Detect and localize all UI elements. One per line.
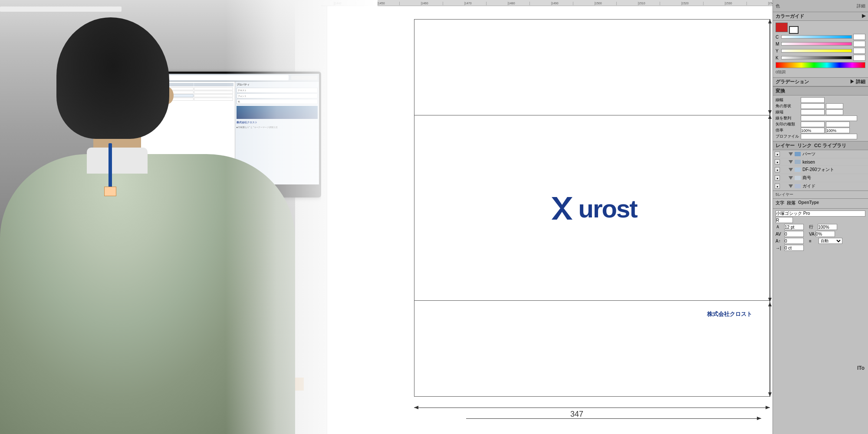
tri-font (789, 168, 793, 171)
scale-row: 倍率 (776, 128, 865, 133)
profile-row: プロファイル (776, 134, 865, 139)
layer-item-guide[interactable]: ● ガイド (773, 182, 868, 191)
channel-C-input[interactable] (853, 34, 865, 40)
profile-input[interactable] (801, 134, 857, 139)
fill-swatch[interactable] (776, 23, 788, 32)
dim-line-v-bot (770, 302, 770, 397)
transform-label: 変換 (776, 88, 785, 94)
transform-header[interactable]: 変換 (773, 87, 868, 95)
cap-label: 線端 (776, 109, 799, 115)
right-panel: 色 詳細 カラーガイド ▶ C M (773, 0, 868, 434)
channel-Y-slider[interactable] (781, 49, 852, 53)
type-tab[interactable]: 文字 (776, 200, 784, 206)
color-guide (795, 184, 801, 188)
cap-row: 線端 (776, 109, 865, 115)
arrow-mid-top (768, 115, 772, 119)
indent-icon: →| (776, 246, 783, 250)
layer-list: ● パーツ ● keisen ● DF-260フォント ● (773, 150, 868, 191)
dim-line-h2 (466, 418, 761, 419)
id-badge (104, 187, 116, 196)
tri-guide (789, 184, 793, 188)
arrow-h-left (414, 406, 418, 409)
align-label: 線を整列 (776, 115, 799, 121)
profile-label: プロファイル (776, 134, 799, 139)
label-parts: パーツ (802, 151, 815, 157)
channel-M-input[interactable] (853, 41, 865, 47)
eye-shoumei[interactable]: ● (775, 175, 780, 181)
link-label[interactable]: リンク (797, 142, 812, 149)
fade-overlay (226, 0, 378, 434)
gradient-header[interactable]: グラデーション ▶ 詳細 (773, 78, 868, 86)
align-input[interactable] (801, 115, 857, 121)
layer-item-parts[interactable]: ● パーツ (773, 150, 868, 158)
layer-count: 5レイヤー (773, 191, 868, 199)
scale-input[interactable] (801, 128, 825, 133)
arrow-bot-bot2 (768, 392, 772, 397)
channel-M-slider[interactable] (781, 42, 852, 46)
arrow-h2-right (757, 417, 761, 420)
lock-parts (782, 151, 787, 157)
spectrum-bar[interactable] (776, 62, 865, 68)
scale-label: 倍率 (776, 128, 799, 133)
leading-input[interactable] (818, 224, 837, 230)
channel-C-slider[interactable] (781, 35, 852, 39)
end-input[interactable] (826, 122, 850, 127)
channel-K-slider[interactable] (781, 56, 852, 59)
stroke-width-row: 線幅 (776, 97, 865, 103)
logo-box: urost 株式会社クロスト (414, 19, 770, 397)
cc-label[interactable]: CC ライブラリ (814, 142, 846, 149)
kurost-name: urost (579, 194, 637, 223)
baseline-icon: A↑ (776, 239, 783, 243)
eye-guide[interactable]: ● (775, 184, 780, 189)
tracking-icon: AV (776, 232, 783, 237)
opentype-tab[interactable]: OpenType (798, 200, 819, 206)
scale-input2[interactable] (826, 128, 850, 133)
angle-input[interactable] (801, 103, 825, 109)
channel-M-label: M (776, 42, 780, 46)
arrow-top-bot (768, 110, 772, 115)
tracking-input[interactable] (784, 231, 804, 237)
layer-item-keisen[interactable]: ● keisen (773, 158, 868, 166)
font-size-input[interactable] (784, 224, 804, 230)
eye-font[interactable]: ● (775, 167, 780, 172)
font-section-header: 文字 段落 OpenType (773, 199, 868, 209)
layer-item-shoumei[interactable]: ● 商号 (773, 174, 868, 182)
color-guide-header[interactable]: カラーガイド ▶ (773, 12, 868, 21)
channel-K-input[interactable] (853, 55, 865, 61)
channel-Y-row: Y (776, 48, 865, 54)
dim-line-v-mid (770, 115, 770, 301)
dim-line-v-top (770, 19, 770, 115)
company-name-jp: 株式会社クロスト (707, 310, 752, 318)
align-select[interactable]: 自動 (819, 238, 842, 244)
stroke-swatch[interactable] (789, 26, 799, 34)
color-parts (795, 152, 801, 156)
kern-input[interactable] (815, 231, 835, 237)
font-style-input[interactable] (776, 217, 793, 223)
angle-input2[interactable] (826, 103, 843, 109)
para-tab[interactable]: 段落 (787, 200, 796, 206)
dim-line-h (414, 408, 770, 408)
angle-row: 角の形状 (776, 103, 865, 109)
stroke-width-input[interactable] (801, 97, 825, 103)
cap-input[interactable] (801, 109, 825, 115)
channel-K-row: K (776, 55, 865, 61)
cap-input2[interactable] (826, 109, 843, 115)
start-input[interactable] (801, 122, 825, 127)
font-name-input[interactable] (776, 210, 865, 217)
channel-M-row: M (776, 41, 865, 47)
color-keisen (795, 160, 801, 164)
eye-keisen[interactable]: ● (775, 159, 780, 164)
baseline-input[interactable] (784, 238, 804, 244)
lock-keisen (782, 159, 787, 164)
gradient-expand-icon: ▶ 詳細 (850, 79, 865, 85)
layer-item-font[interactable]: ● DF-260フォント (773, 166, 868, 174)
panel-icon-label2: 詳細 (857, 3, 865, 9)
start-row: 矢印の種類 (776, 122, 865, 127)
indent-input[interactable] (784, 245, 804, 251)
ceiling-light (0, 7, 122, 12)
label-keisen: keisen (802, 160, 815, 164)
layer-header[interactable]: レイヤー リンク CC ライブラリ (773, 141, 868, 150)
channel-Y-input[interactable] (853, 48, 865, 54)
eye-parts[interactable]: ● (775, 151, 780, 157)
panel-top-icons: 色 詳細 (773, 0, 868, 12)
